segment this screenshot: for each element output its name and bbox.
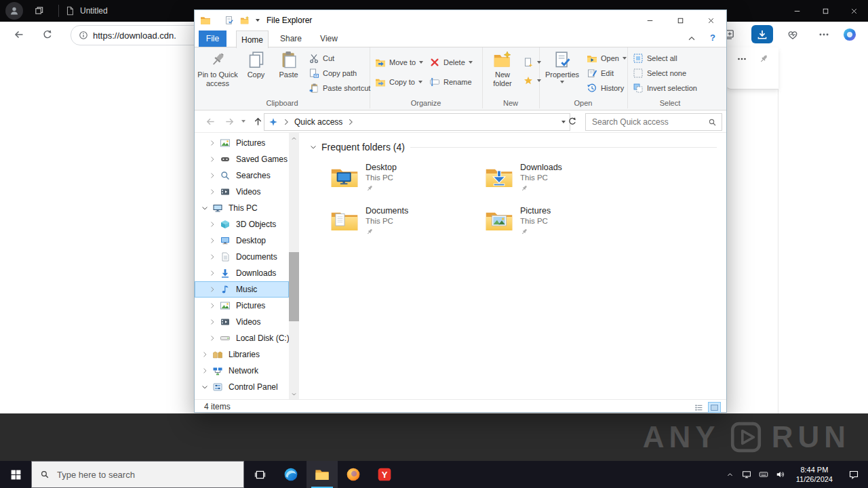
browser-tab[interactable]: Untitled (65, 0, 108, 22)
nav-item-this-pc[interactable]: This PC (195, 200, 289, 216)
hidden-icons-button[interactable] (722, 461, 738, 488)
pin-icon[interactable] (758, 54, 769, 64)
chevron-right-icon[interactable] (201, 350, 209, 359)
folder-icon[interactable] (200, 15, 211, 26)
chevron-right-icon[interactable] (208, 220, 216, 228)
nav-item-videos[interactable]: Videos (195, 184, 289, 200)
tab-view[interactable]: View (315, 30, 343, 47)
chevron-down-icon[interactable] (201, 204, 209, 212)
copy-path-button[interactable]: Copy path (309, 67, 357, 79)
recent-locations-button[interactable] (238, 114, 249, 129)
chevron-down-icon[interactable] (201, 383, 209, 391)
pin-to-quick-access-button[interactable]: Pin to Quick access (197, 50, 239, 88)
explorer-close-button[interactable] (696, 10, 726, 30)
qat-dropdown-icon[interactable] (256, 19, 260, 22)
profile-avatar[interactable] (5, 2, 23, 20)
file-menu-button[interactable]: File (199, 30, 226, 47)
folder-tile-downloads[interactable]: Downloads This PC (485, 161, 630, 201)
chevron-right-icon[interactable] (208, 302, 216, 310)
taskbar-search-box[interactable] (31, 461, 244, 488)
nav-up-button[interactable] (250, 114, 265, 129)
open-button[interactable]: Open (587, 52, 627, 64)
tab-share[interactable]: Share (275, 30, 307, 47)
window-close-button[interactable] (840, 0, 868, 22)
chevron-right-icon[interactable] (346, 117, 355, 127)
settings-more-button[interactable] (815, 26, 833, 43)
window-maximize-button[interactable] (811, 0, 840, 22)
nav-item-saved-games[interactable]: Saved Games (195, 151, 289, 167)
nav-item-network[interactable]: Network (195, 363, 289, 379)
move-to-button[interactable]: Move to (375, 56, 423, 68)
taskbar-clock[interactable]: 8:44 PM 11/26/2024 (789, 465, 840, 484)
nav-item-pictures[interactable]: Pictures (195, 135, 289, 151)
chevron-right-icon[interactable] (208, 139, 216, 147)
action-center-button[interactable] (840, 461, 868, 488)
nav-item-control-panel[interactable]: Control Panel (195, 379, 289, 395)
scroll-down-button[interactable] (289, 388, 299, 399)
nav-item-music[interactable]: Music (195, 281, 289, 298)
taskbar-app-file-explorer[interactable] (307, 461, 338, 488)
chevron-right-icon[interactable] (281, 117, 291, 127)
taskbar-app-firefox[interactable] (338, 461, 369, 488)
scroll-up-button[interactable] (289, 133, 299, 144)
easy-access-button[interactable] (523, 75, 541, 87)
nav-item-libraries[interactable]: Libraries (195, 346, 289, 363)
nav-item-documents[interactable]: Documents (195, 249, 289, 265)
chevron-right-icon[interactable] (208, 269, 216, 277)
history-button[interactable]: History (587, 82, 624, 94)
explorer-minimize-button[interactable] (635, 10, 665, 30)
chevron-right-icon[interactable] (208, 171, 216, 180)
explorer-title-bar[interactable]: File Explorer (195, 10, 726, 30)
nav-item-pictures-pc[interactable]: Pictures (195, 298, 289, 314)
paste-shortcut-button[interactable]: Paste shortcut (309, 82, 370, 94)
nav-item-videos-pc[interactable]: Videos (195, 314, 289, 330)
properties-button[interactable]: Properties (543, 50, 581, 83)
nav-item-desktop[interactable]: Desktop (195, 232, 289, 249)
chevron-right-icon[interactable] (208, 318, 216, 326)
nav-item-3d-objects[interactable]: 3D Objects (195, 216, 289, 232)
search-input[interactable] (591, 117, 704, 127)
paste-button[interactable]: Paste (273, 50, 304, 79)
folder-tile-desktop[interactable]: Desktop This PC (330, 161, 475, 201)
new-item-button[interactable] (523, 56, 541, 68)
window-minimize-button[interactable] (783, 0, 811, 22)
chevron-right-icon[interactable] (208, 188, 216, 196)
taskbar-app-edge[interactable] (275, 461, 307, 488)
refresh-button[interactable] (565, 114, 580, 129)
display-tray-button[interactable] (738, 461, 755, 488)
browser-essentials-button[interactable] (784, 26, 802, 43)
taskbar-search-input[interactable] (56, 469, 235, 481)
task-view-button[interactable] (244, 461, 275, 488)
scrollbar-thumb[interactable] (289, 252, 299, 321)
edit-button[interactable]: Edit (587, 67, 614, 79)
chevron-right-icon[interactable] (208, 237, 216, 245)
collapse-ribbon-icon[interactable] (687, 34, 696, 43)
info-icon[interactable] (79, 30, 88, 40)
copy-button[interactable]: Copy (241, 50, 271, 79)
cut-button[interactable]: Cut (309, 52, 334, 64)
window-restore-icon[interactable] (34, 5, 44, 16)
browser-back-button[interactable] (11, 26, 27, 43)
copy-to-button[interactable]: Copy to (375, 76, 422, 88)
nav-item-searches[interactable]: Searches (195, 167, 289, 184)
explorer-maximize-button[interactable] (665, 10, 696, 30)
properties-qat-icon[interactable] (224, 16, 234, 25)
chevron-right-icon[interactable] (208, 155, 216, 163)
nav-forward-button[interactable] (222, 114, 237, 129)
volume-tray-button[interactable] (772, 461, 789, 488)
search-icon[interactable] (708, 118, 717, 127)
breadcrumb-bar[interactable]: Quick access (264, 113, 570, 131)
folder-tile-pictures[interactable]: Pictures This PC (485, 205, 630, 244)
nav-item-local-disk-c[interactable]: Local Disk (C:) (195, 330, 289, 346)
chevron-right-icon[interactable] (201, 367, 209, 375)
browser-refresh-button[interactable] (39, 26, 56, 43)
rename-button[interactable]: Rename (429, 76, 472, 88)
delete-button[interactable]: Delete (429, 56, 473, 68)
downloads-button[interactable] (751, 25, 773, 43)
folder-tile-documents[interactable]: Documents This PC (330, 205, 475, 244)
details-view-button[interactable] (692, 402, 705, 413)
large-icons-view-button[interactable] (708, 402, 721, 413)
start-button[interactable] (0, 461, 31, 488)
nav-back-button[interactable] (203, 114, 218, 129)
keyboard-tray-button[interactable] (755, 461, 772, 488)
